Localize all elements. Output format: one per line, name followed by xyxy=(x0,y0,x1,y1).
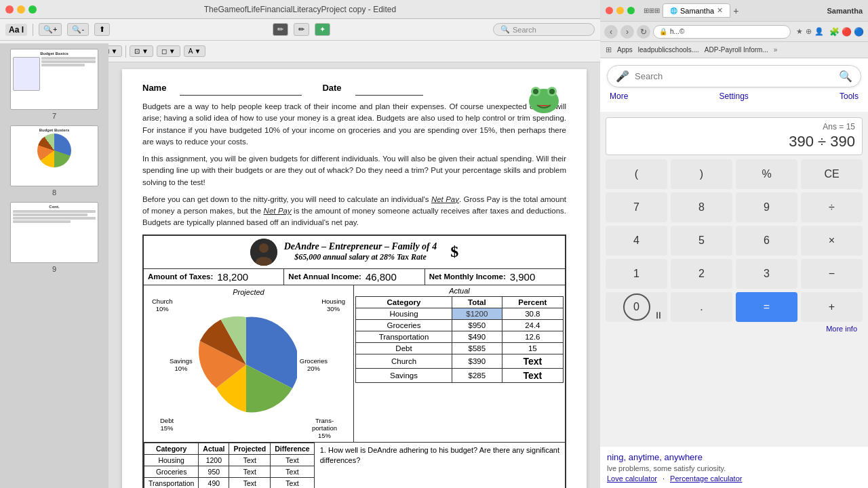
row-savings-pct: Text xyxy=(502,368,563,382)
zoom-out-button[interactable]: 🔍- xyxy=(67,23,89,36)
tab-label: Samantha xyxy=(680,7,714,15)
ext-icon-2[interactable]: 🔴 xyxy=(842,27,852,37)
pie-chart-area: Projected Church10% Housing30% Savings10… xyxy=(144,285,354,442)
back-button[interactable]: ‹ xyxy=(604,25,618,39)
equals-button[interactable]: = xyxy=(736,292,797,322)
bookmark-leadpublic[interactable]: leadpublicschools.... xyxy=(638,46,699,54)
plus-button[interactable]: + xyxy=(801,292,863,322)
bookmarks-more[interactable]: » xyxy=(774,46,778,54)
percent-button[interactable]: % xyxy=(736,159,797,189)
page-9-num: 9 xyxy=(52,265,56,273)
multiply-button[interactable]: × xyxy=(801,226,863,256)
forward-button[interactable]: › xyxy=(620,25,634,39)
google-search-bar[interactable]: 🎤 🔍 xyxy=(607,65,861,87)
browser-tab-active[interactable]: 🌐 Samantha ✕ xyxy=(663,3,730,18)
net-pay2-italic: Net Pay xyxy=(264,207,292,215)
color-button[interactable]: A ▼ xyxy=(184,45,206,57)
ce-button[interactable]: CE xyxy=(801,159,863,189)
six-button[interactable]: 6 xyxy=(736,226,797,256)
browser-maximize[interactable] xyxy=(627,7,635,14)
budget-taxes-row: Amount of Taxes: 18,200 Net Annual Incom… xyxy=(144,269,565,285)
share-button[interactable]: ⬆ xyxy=(94,23,110,36)
nine-button[interactable]: 9 xyxy=(736,192,797,222)
bookmark-adp[interactable]: ADP-Payroll Inform... xyxy=(705,46,768,54)
two-button[interactable]: 2 xyxy=(671,259,732,289)
para3-start: Before you can get down to the nitty-gri… xyxy=(142,195,431,203)
bot-housing-actual: 1200 xyxy=(199,454,229,466)
bot-groceries-cat: Groceries xyxy=(144,466,199,477)
style-button[interactable]: ◻ ▼ xyxy=(157,45,180,57)
tools-link[interactable]: Tools xyxy=(840,92,859,101)
new-tab-button[interactable]: + xyxy=(733,5,738,16)
seven-button[interactable]: 7 xyxy=(606,192,667,222)
font-selector[interactable]: Aa I xyxy=(5,24,27,36)
page-7-num: 7 xyxy=(52,112,56,120)
svg-point-4 xyxy=(549,89,555,94)
budget-main: Projected Church10% Housing30% Savings10… xyxy=(144,285,565,442)
right-panel: ⊞⊞⊞ 🌐 Samantha ✕ + Samantha ‹ › ↻ 🔒 h...… xyxy=(600,0,868,488)
five-button[interactable]: 5 xyxy=(671,226,732,256)
page-thumb-9[interactable]: Cont. 9 xyxy=(7,202,102,273)
browser-minimize[interactable] xyxy=(616,7,624,14)
page-thumb-8[interactable]: Budget Busters 8 xyxy=(7,125,102,197)
decimal-button[interactable]: . xyxy=(671,292,732,322)
ext-icon-1[interactable]: 🧩 xyxy=(829,27,840,37)
minus-button[interactable]: − xyxy=(801,259,863,289)
page-thumb-7[interactable]: Budget Basics 7 xyxy=(7,62,102,120)
frog-graphic xyxy=(522,79,566,119)
eight-button[interactable]: 8 xyxy=(671,192,732,222)
bot-transport-proj: Text xyxy=(229,477,271,488)
browser-close[interactable] xyxy=(606,7,613,14)
zoom-in-button[interactable]: 🔍+ xyxy=(39,23,62,36)
url-bar[interactable]: 🔒 h...© xyxy=(653,25,791,39)
extensions-icon[interactable]: ⊕ xyxy=(806,27,812,36)
cursor-button[interactable]: ✦ xyxy=(315,23,330,36)
settings-link[interactable]: Settings xyxy=(719,92,748,101)
reload-button[interactable]: ↻ xyxy=(637,25,650,39)
ad-tagline-text: ning, anytime, anywhere xyxy=(607,452,703,462)
google-links: More Settings Tools xyxy=(607,87,861,105)
arrange-button[interactable]: ⊡ ▼ xyxy=(130,45,153,57)
actual-header-label: Actual xyxy=(355,287,564,295)
net-annual-value: 46,800 xyxy=(366,271,397,283)
mic-icon[interactable]: 🎤 xyxy=(616,70,629,83)
intro-para-2: In this assignment, you will be given bu… xyxy=(142,153,566,188)
groceries-label-right: Groceries20% xyxy=(300,357,328,372)
paren-close-button[interactable]: ) xyxy=(671,159,732,189)
maximize-button[interactable] xyxy=(28,5,37,14)
housing-label-top: Housing30% xyxy=(321,298,345,312)
search-box[interactable]: 🔍 Search xyxy=(493,23,595,36)
calc-buttons: ( ) % CE 7 8 9 ÷ 4 5 6 × 1 2 3 − 0 ⏸ . xyxy=(606,159,863,322)
paren-open-button[interactable]: ( xyxy=(606,159,667,189)
pencil-button[interactable]: ✏ xyxy=(294,23,309,36)
url-text: h...© xyxy=(670,28,785,35)
bookmark-apps[interactable]: Apps xyxy=(617,46,633,54)
three-button[interactable]: 3 xyxy=(736,259,797,289)
edit-button[interactable]: ✏ xyxy=(273,23,288,36)
budget-name-title: DeAndre – Entrepreneur – Family of 4 xyxy=(284,241,437,252)
tab-close-button[interactable]: ✕ xyxy=(717,6,723,15)
profile-icon[interactable]: 👤 xyxy=(814,27,824,36)
more-info-link[interactable]: More info xyxy=(606,322,863,336)
divide-button[interactable]: ÷ xyxy=(801,192,863,222)
love-calc-link[interactable]: Love calculator xyxy=(607,474,657,483)
browser-nav: ‹ › ↻ 🔒 h...© ★ ⊕ 👤 🧩 🔴 🔵 xyxy=(600,22,868,42)
zero-button[interactable]: 0 ⏸ xyxy=(606,292,667,322)
bookmark-icon[interactable]: ★ xyxy=(796,27,803,36)
close-button[interactable] xyxy=(5,5,14,14)
minimize-button[interactable] xyxy=(17,5,25,14)
ext-icon-3[interactable]: 🔵 xyxy=(854,27,864,37)
col-category: Category xyxy=(356,296,452,308)
pct-calc-link[interactable]: Percentage calculator xyxy=(670,474,742,483)
bot-col-actual: Actual xyxy=(199,443,229,454)
four-button[interactable]: 4 xyxy=(606,226,667,256)
row-groceries-pct: 24.4 xyxy=(502,319,563,331)
more-link[interactable]: More xyxy=(610,92,628,101)
row-housing-cat: Housing xyxy=(356,308,452,319)
search-input[interactable] xyxy=(635,71,833,81)
page-8-preview: Budget Busters xyxy=(10,125,98,186)
intro-para-1: Budgets are a way to help people keep tr… xyxy=(142,101,566,148)
projected-label: Projected xyxy=(146,288,351,296)
google-search-icon[interactable]: 🔍 xyxy=(839,70,852,83)
one-button[interactable]: 1 xyxy=(606,259,667,289)
